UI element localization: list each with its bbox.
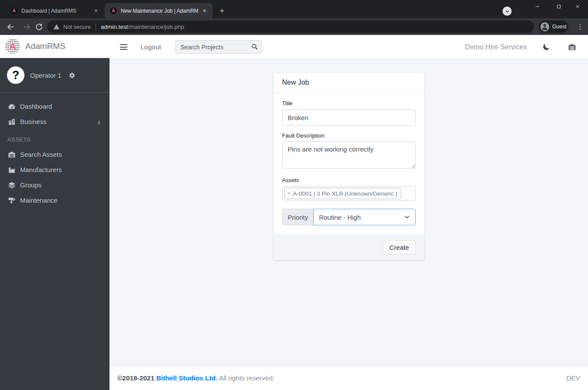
moon-icon[interactable]	[542, 43, 550, 51]
project-search	[175, 40, 262, 54]
sidebar-item-label: Search Assets	[20, 151, 102, 158]
minimize-icon	[535, 4, 540, 9]
priority-selected-value: Routine - High	[319, 214, 403, 221]
maximize-icon	[556, 4, 561, 9]
browser-tab-new-maintenance-job[interactable]: A New Maintenance Job | AdamRM ×	[105, 3, 212, 18]
fault-description-label: Fault Description	[282, 132, 416, 139]
back-arrow-icon	[7, 23, 15, 31]
sidebar-item-label: Maintenance	[20, 197, 102, 204]
assets-label: Assets	[282, 177, 416, 183]
window-maximize-button[interactable]	[550, 0, 567, 13]
user-avatar[interactable]: ?	[7, 66, 24, 84]
environment-label: DEV	[566, 374, 580, 382]
layers-icon	[7, 181, 16, 190]
sidebar-section-assets: ASSETS	[0, 129, 109, 147]
tab-close-icon[interactable]: ×	[92, 7, 99, 14]
paint-roller-icon	[7, 196, 16, 205]
industry-icon	[7, 166, 16, 174]
browser-tab-strip: A Dashboard | AdamRMS × A New Maintenanc…	[0, 0, 588, 18]
browser-profile-chip[interactable]: Guest	[539, 21, 568, 33]
person-avatar-icon	[540, 22, 549, 31]
reload-button[interactable]	[34, 21, 44, 32]
tab-close-icon[interactable]: ×	[201, 7, 208, 14]
forward-button[interactable]	[21, 21, 32, 32]
sidebar-item-label: Groups	[20, 181, 102, 189]
brand-name: AdamRMS	[25, 41, 65, 51]
profile-name-label: Guest	[552, 24, 567, 30]
search-icon[interactable]	[251, 43, 258, 50]
assets-multiselect[interactable]: × A-0001 | 3 Pin XLR (Unknown/Generic )	[282, 186, 416, 201]
company-link[interactable]: Bithell Studios Ltd.	[156, 374, 217, 382]
back-button[interactable]	[5, 21, 16, 32]
sidebar: A AdamRMS ? Operator 1 Dashboard	[0, 35, 109, 390]
browser-tab-dashboard[interactable]: A Dashboard | AdamRMS ×	[5, 3, 104, 18]
sidebar-item-label: Dashboard	[20, 103, 102, 110]
copyright-years: ©2018-2021	[117, 374, 154, 382]
tachometer-icon	[7, 102, 16, 111]
media-controls-button[interactable]	[503, 7, 512, 16]
browser-window: A Dashboard | AdamRMS × A New Maintenanc…	[0, 0, 588, 390]
close-icon	[575, 4, 580, 9]
instance-name-label: Demo Hire Services	[465, 43, 527, 51]
adamrms-logo: A	[5, 39, 20, 54]
sidebar-item-groups[interactable]: Groups	[0, 177, 109, 193]
warehouse-icon[interactable]	[567, 43, 577, 51]
warehouse-icon	[7, 150, 16, 159]
omnibox-divider	[96, 23, 96, 30]
sidebar-item-search-assets[interactable]: Search Assets	[0, 147, 109, 162]
sidebar-item-business[interactable]: Business	[0, 114, 109, 129]
title-label: Title	[282, 100, 416, 107]
window-close-button[interactable]	[569, 0, 586, 13]
chevron-left-icon	[96, 119, 102, 124]
city-icon	[7, 117, 16, 126]
new-job-card: New Job Title Fault Description Pins are…	[273, 73, 424, 260]
page-content: New Job Title Fault Description Pins are…	[109, 59, 588, 366]
remove-tag-icon[interactable]: ×	[287, 190, 291, 197]
menu-toggle-icon[interactable]	[120, 44, 127, 50]
reload-icon	[35, 23, 43, 31]
page-footer: ©2018-2021 Bithell Studios Ltd. All righ…	[109, 366, 588, 390]
rights-text: All rights reserved.	[217, 374, 274, 382]
not-secure-warning-icon	[53, 24, 60, 30]
forward-arrow-icon	[23, 23, 31, 31]
gear-icon[interactable]	[68, 72, 75, 79]
sidebar-nav: Dashboard Business A	[0, 99, 109, 208]
sidebar-item-label: Business	[20, 118, 96, 125]
chevron-down-icon	[505, 9, 509, 14]
sidebar-brand[interactable]: A AdamRMS	[0, 35, 109, 58]
create-button[interactable]: Create	[383, 240, 415, 255]
adamrms-favicon: A	[10, 7, 17, 14]
not-secure-label: Not secure	[63, 24, 91, 30]
new-tab-button[interactable]: +	[217, 6, 227, 16]
tab-title: New Maintenance Job | AdamRM	[121, 8, 198, 14]
fault-description-textarea[interactable]: Pins are not working correctly	[282, 142, 416, 169]
card-title: New Job	[273, 73, 424, 93]
chevron-down-icon	[404, 214, 410, 220]
user-name[interactable]: Operator 1	[30, 72, 62, 79]
sidebar-item-manufacturers[interactable]: Manufacturers	[0, 162, 109, 177]
browser-menu-button[interactable]: ⋮	[575, 21, 585, 32]
adamrms-favicon: A	[110, 7, 117, 14]
app-navbar: Logout Demo Hire Services	[109, 35, 588, 59]
search-projects-input[interactable]	[175, 40, 262, 54]
priority-label: Priority	[282, 209, 314, 225]
priority-select[interactable]: Routine - High	[313, 209, 415, 225]
sidebar-item-dashboard[interactable]: Dashboard	[0, 99, 109, 114]
sidebar-item-maintenance[interactable]: Maintenance	[0, 193, 109, 208]
logout-link[interactable]: Logout	[140, 43, 161, 51]
sidebar-item-label: Manufacturers	[20, 166, 102, 173]
asset-tag: × A-0001 | 3 Pin XLR (Unknown/Generic )	[284, 188, 401, 199]
asset-tag-label: A-0001 | 3 Pin XLR (Unknown/Generic )	[293, 190, 397, 197]
address-bar[interactable]: Not secure admin.test /maintenance/job.p…	[47, 21, 534, 33]
url-path: /maintenance/job.php	[128, 24, 184, 30]
logo-letter: A	[9, 41, 16, 52]
title-input[interactable]	[282, 109, 416, 126]
user-panel: ? Operator 1	[0, 58, 109, 93]
url-host: admin.test	[101, 24, 128, 30]
window-minimize-button[interactable]	[529, 0, 546, 13]
tab-title: Dashboard | AdamRMS	[21, 8, 90, 14]
